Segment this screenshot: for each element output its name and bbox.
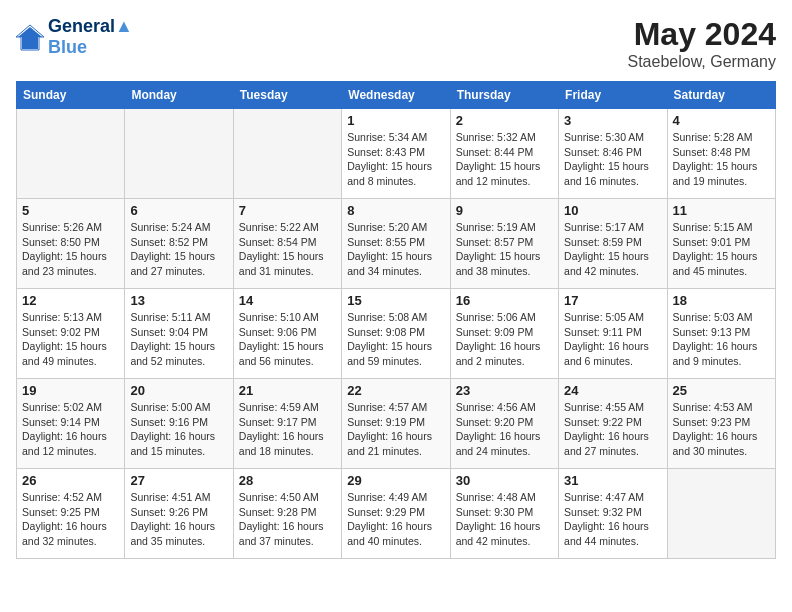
calendar-cell: 11Sunrise: 5:15 AM Sunset: 9:01 PM Dayli… — [667, 199, 775, 289]
calendar-cell: 13Sunrise: 5:11 AM Sunset: 9:04 PM Dayli… — [125, 289, 233, 379]
day-number: 10 — [564, 203, 661, 218]
page-header: General▲ Blue May 2024 Staebelow, German… — [16, 16, 776, 71]
day-info: Sunrise: 5:02 AM Sunset: 9:14 PM Dayligh… — [22, 400, 119, 459]
day-number: 15 — [347, 293, 444, 308]
day-info: Sunrise: 4:53 AM Sunset: 9:23 PM Dayligh… — [673, 400, 770, 459]
weekday-header: Wednesday — [342, 82, 450, 109]
weekday-header: Thursday — [450, 82, 558, 109]
calendar-cell: 3Sunrise: 5:30 AM Sunset: 8:46 PM Daylig… — [559, 109, 667, 199]
day-info: Sunrise: 4:49 AM Sunset: 9:29 PM Dayligh… — [347, 490, 444, 549]
weekday-header: Sunday — [17, 82, 125, 109]
day-number: 14 — [239, 293, 336, 308]
day-info: Sunrise: 5:17 AM Sunset: 8:59 PM Dayligh… — [564, 220, 661, 279]
calendar-cell — [667, 469, 775, 559]
calendar-cell: 9Sunrise: 5:19 AM Sunset: 8:57 PM Daylig… — [450, 199, 558, 289]
calendar-week-row: 12Sunrise: 5:13 AM Sunset: 9:02 PM Dayli… — [17, 289, 776, 379]
day-number: 24 — [564, 383, 661, 398]
calendar-cell: 14Sunrise: 5:10 AM Sunset: 9:06 PM Dayli… — [233, 289, 341, 379]
calendar-cell: 16Sunrise: 5:06 AM Sunset: 9:09 PM Dayli… — [450, 289, 558, 379]
calendar-cell: 17Sunrise: 5:05 AM Sunset: 9:11 PM Dayli… — [559, 289, 667, 379]
day-number: 11 — [673, 203, 770, 218]
day-info: Sunrise: 4:59 AM Sunset: 9:17 PM Dayligh… — [239, 400, 336, 459]
calendar-cell: 4Sunrise: 5:28 AM Sunset: 8:48 PM Daylig… — [667, 109, 775, 199]
day-number: 8 — [347, 203, 444, 218]
weekday-header: Friday — [559, 82, 667, 109]
calendar-cell: 31Sunrise: 4:47 AM Sunset: 9:32 PM Dayli… — [559, 469, 667, 559]
day-number: 18 — [673, 293, 770, 308]
day-info: Sunrise: 5:28 AM Sunset: 8:48 PM Dayligh… — [673, 130, 770, 189]
day-number: 26 — [22, 473, 119, 488]
day-number: 30 — [456, 473, 553, 488]
day-info: Sunrise: 5:13 AM Sunset: 9:02 PM Dayligh… — [22, 310, 119, 369]
day-info: Sunrise: 5:15 AM Sunset: 9:01 PM Dayligh… — [673, 220, 770, 279]
day-number: 1 — [347, 113, 444, 128]
day-info: Sunrise: 4:55 AM Sunset: 9:22 PM Dayligh… — [564, 400, 661, 459]
day-info: Sunrise: 4:50 AM Sunset: 9:28 PM Dayligh… — [239, 490, 336, 549]
day-number: 3 — [564, 113, 661, 128]
day-info: Sunrise: 5:20 AM Sunset: 8:55 PM Dayligh… — [347, 220, 444, 279]
calendar-cell: 1Sunrise: 5:34 AM Sunset: 8:43 PM Daylig… — [342, 109, 450, 199]
logo-text: General▲ Blue — [48, 16, 133, 58]
day-info: Sunrise: 5:08 AM Sunset: 9:08 PM Dayligh… — [347, 310, 444, 369]
calendar-cell — [125, 109, 233, 199]
calendar-table: SundayMondayTuesdayWednesdayThursdayFrid… — [16, 81, 776, 559]
calendar-cell: 24Sunrise: 4:55 AM Sunset: 9:22 PM Dayli… — [559, 379, 667, 469]
calendar-week-row: 5Sunrise: 5:26 AM Sunset: 8:50 PM Daylig… — [17, 199, 776, 289]
day-number: 13 — [130, 293, 227, 308]
day-info: Sunrise: 5:00 AM Sunset: 9:16 PM Dayligh… — [130, 400, 227, 459]
calendar-cell: 12Sunrise: 5:13 AM Sunset: 9:02 PM Dayli… — [17, 289, 125, 379]
day-info: Sunrise: 5:03 AM Sunset: 9:13 PM Dayligh… — [673, 310, 770, 369]
day-info: Sunrise: 5:22 AM Sunset: 8:54 PM Dayligh… — [239, 220, 336, 279]
calendar-cell: 30Sunrise: 4:48 AM Sunset: 9:30 PM Dayli… — [450, 469, 558, 559]
day-number: 22 — [347, 383, 444, 398]
calendar-cell: 18Sunrise: 5:03 AM Sunset: 9:13 PM Dayli… — [667, 289, 775, 379]
day-number: 4 — [673, 113, 770, 128]
calendar-cell — [233, 109, 341, 199]
day-info: Sunrise: 5:10 AM Sunset: 9:06 PM Dayligh… — [239, 310, 336, 369]
day-number: 7 — [239, 203, 336, 218]
day-info: Sunrise: 5:30 AM Sunset: 8:46 PM Dayligh… — [564, 130, 661, 189]
day-number: 6 — [130, 203, 227, 218]
day-number: 5 — [22, 203, 119, 218]
day-info: Sunrise: 4:52 AM Sunset: 9:25 PM Dayligh… — [22, 490, 119, 549]
calendar-cell: 10Sunrise: 5:17 AM Sunset: 8:59 PM Dayli… — [559, 199, 667, 289]
day-info: Sunrise: 5:34 AM Sunset: 8:43 PM Dayligh… — [347, 130, 444, 189]
day-number: 27 — [130, 473, 227, 488]
calendar-cell: 20Sunrise: 5:00 AM Sunset: 9:16 PM Dayli… — [125, 379, 233, 469]
calendar-cell: 25Sunrise: 4:53 AM Sunset: 9:23 PM Dayli… — [667, 379, 775, 469]
calendar-cell: 8Sunrise: 5:20 AM Sunset: 8:55 PM Daylig… — [342, 199, 450, 289]
day-number: 12 — [22, 293, 119, 308]
calendar-week-row: 19Sunrise: 5:02 AM Sunset: 9:14 PM Dayli… — [17, 379, 776, 469]
calendar-location: Staebelow, Germany — [627, 53, 776, 71]
day-number: 25 — [673, 383, 770, 398]
calendar-cell: 6Sunrise: 5:24 AM Sunset: 8:52 PM Daylig… — [125, 199, 233, 289]
day-info: Sunrise: 5:26 AM Sunset: 8:50 PM Dayligh… — [22, 220, 119, 279]
day-info: Sunrise: 5:05 AM Sunset: 9:11 PM Dayligh… — [564, 310, 661, 369]
day-info: Sunrise: 4:47 AM Sunset: 9:32 PM Dayligh… — [564, 490, 661, 549]
calendar-cell: 5Sunrise: 5:26 AM Sunset: 8:50 PM Daylig… — [17, 199, 125, 289]
day-info: Sunrise: 5:32 AM Sunset: 8:44 PM Dayligh… — [456, 130, 553, 189]
calendar-cell: 19Sunrise: 5:02 AM Sunset: 9:14 PM Dayli… — [17, 379, 125, 469]
day-info: Sunrise: 4:57 AM Sunset: 9:19 PM Dayligh… — [347, 400, 444, 459]
day-info: Sunrise: 5:11 AM Sunset: 9:04 PM Dayligh… — [130, 310, 227, 369]
calendar-cell: 27Sunrise: 4:51 AM Sunset: 9:26 PM Dayli… — [125, 469, 233, 559]
calendar-cell: 15Sunrise: 5:08 AM Sunset: 9:08 PM Dayli… — [342, 289, 450, 379]
calendar-cell: 7Sunrise: 5:22 AM Sunset: 8:54 PM Daylig… — [233, 199, 341, 289]
day-number: 23 — [456, 383, 553, 398]
weekday-header: Tuesday — [233, 82, 341, 109]
calendar-cell: 22Sunrise: 4:57 AM Sunset: 9:19 PM Dayli… — [342, 379, 450, 469]
day-number: 2 — [456, 113, 553, 128]
calendar-week-row: 26Sunrise: 4:52 AM Sunset: 9:25 PM Dayli… — [17, 469, 776, 559]
calendar-title: May 2024 — [627, 16, 776, 53]
day-number: 29 — [347, 473, 444, 488]
day-number: 9 — [456, 203, 553, 218]
logo-icon — [16, 23, 44, 51]
day-number: 19 — [22, 383, 119, 398]
title-block: May 2024 Staebelow, Germany — [627, 16, 776, 71]
weekday-header: Saturday — [667, 82, 775, 109]
day-info: Sunrise: 4:51 AM Sunset: 9:26 PM Dayligh… — [130, 490, 227, 549]
calendar-cell: 28Sunrise: 4:50 AM Sunset: 9:28 PM Dayli… — [233, 469, 341, 559]
day-number: 17 — [564, 293, 661, 308]
weekday-header: Monday — [125, 82, 233, 109]
day-number: 21 — [239, 383, 336, 398]
